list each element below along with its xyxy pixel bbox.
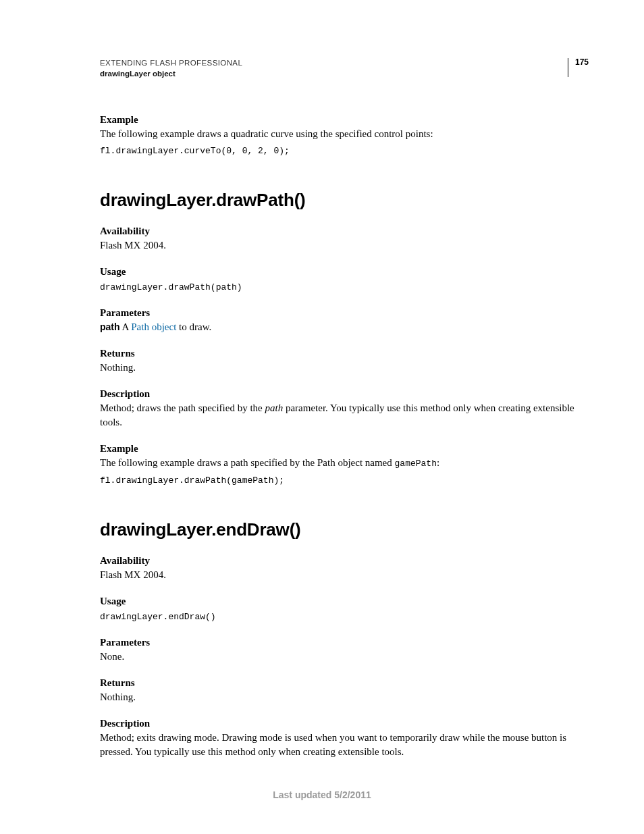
- param-name: path: [100, 321, 120, 332]
- header-right: 175: [568, 58, 589, 77]
- usage-code: drawingLayer.endDraw(): [100, 611, 589, 623]
- path-object-link[interactable]: Path object: [131, 321, 176, 332]
- ex-b: :: [437, 457, 439, 468]
- usage-label: Usage: [100, 596, 589, 607]
- returns-label: Returns: [100, 348, 589, 359]
- usage-label: Usage: [100, 266, 589, 278]
- description-label: Description: [100, 718, 589, 729]
- parameters-label: Parameters: [100, 637, 589, 648]
- returns-text: Nothing.: [100, 690, 589, 704]
- availability-text: Flash MX 2004.: [100, 568, 589, 582]
- param-suffix: to draw.: [176, 321, 211, 332]
- example-text: The following example draws a path speci…: [100, 456, 589, 470]
- desc-param: path: [265, 402, 284, 413]
- example-text: The following example draws a quadratic …: [100, 127, 589, 141]
- example-code: fl.drawingLayer.curveTo(0, 0, 2, 0);: [100, 145, 589, 157]
- availability-label: Availability: [100, 226, 589, 237]
- parameters-label: Parameters: [100, 307, 589, 319]
- footer-updated: Last updated 5/2/2011: [0, 789, 644, 800]
- ex-a: The following example draws a path speci…: [100, 457, 395, 468]
- example-label: Example: [100, 443, 589, 454]
- returns-label: Returns: [100, 677, 589, 689]
- description-text: Method; draws the path specified by the …: [100, 401, 589, 429]
- parameters-text: None.: [100, 650, 589, 664]
- ex-inline-code: gamePath: [395, 459, 437, 469]
- running-header: EXTENDING FLASH PROFESSIONAL drawingLaye…: [100, 58, 589, 79]
- page-content: EXTENDING FLASH PROFESSIONAL drawingLaye…: [0, 0, 644, 759]
- header-left: EXTENDING FLASH PROFESSIONAL drawingLaye…: [100, 58, 242, 79]
- param-prefix: A: [120, 321, 132, 332]
- header-title: EXTENDING FLASH PROFESSIONAL: [100, 58, 242, 69]
- returns-text: Nothing.: [100, 361, 589, 375]
- example-label: Example: [100, 114, 589, 126]
- desc-a: Method; draws the path specified by the: [100, 402, 265, 413]
- availability-label: Availability: [100, 555, 589, 567]
- example-code: fl.drawingLayer.drawPath(gamePath);: [100, 475, 589, 487]
- header-subtitle: drawingLayer object: [100, 69, 242, 80]
- page-number: 175: [568, 58, 589, 77]
- usage-code: drawingLayer.drawPath(path): [100, 282, 589, 294]
- availability-text: Flash MX 2004.: [100, 238, 589, 253]
- parameter-line: path A Path object to draw.: [100, 320, 589, 334]
- description-text: Method; exits drawing mode. Drawing mode…: [100, 731, 589, 759]
- method-heading-enddraw: drawingLayer.endDraw(): [100, 519, 589, 540]
- description-label: Description: [100, 388, 589, 400]
- method-heading-drawpath: drawingLayer.drawPath(): [100, 190, 589, 211]
